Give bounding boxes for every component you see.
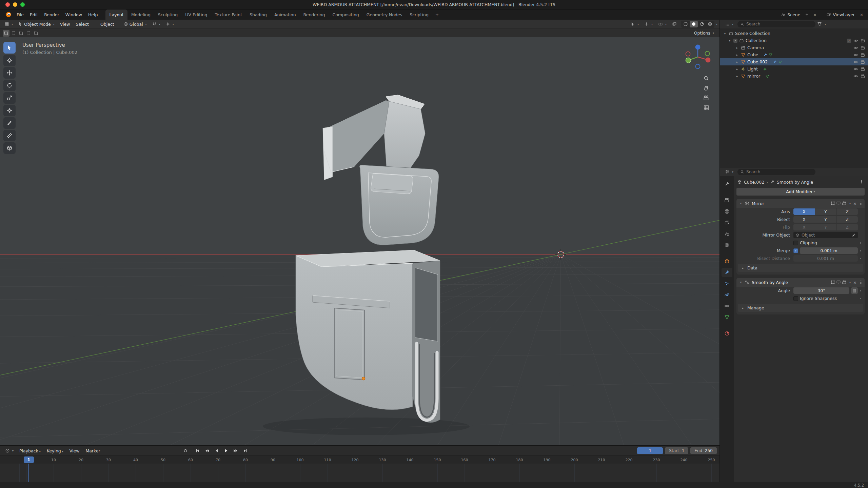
end-frame-field[interactable]: End 250 [690,447,717,454]
add-workspace-button[interactable]: + [432,9,442,20]
jump-to-start-button[interactable] [193,447,202,454]
axis-x-button[interactable]: X [793,208,815,215]
edit-mode-toggle-icon[interactable] [830,280,835,285]
render-visibility-icon[interactable] [861,38,865,43]
object-visibility-dropdown[interactable]: ▾ [628,21,641,27]
tool-measure-button[interactable] [3,130,16,141]
filter-caret[interactable]: ▾ [825,23,826,26]
mesh-data-icon[interactable] [765,74,769,78]
outliner-search-input[interactable] [746,22,813,26]
modifier-name[interactable]: Mirror [751,201,829,206]
disclosure-icon[interactable]: ▸ [735,75,739,78]
gizmo-neg-x-axis[interactable] [686,52,690,56]
disclosure-icon[interactable]: ▸ [735,67,739,71]
zoom-icon[interactable] [703,75,709,81]
minimize-window-button[interactable] [13,2,17,7]
tab-scene[interactable] [722,229,732,238]
tool-rotate-button[interactable] [3,80,16,91]
render-visibility-icon[interactable] [861,60,865,64]
smooth-panel-header[interactable]: ▾ Smooth by Angle ▾ × [736,278,865,287]
hide-eye-icon[interactable] [853,53,858,57]
tab-object-data[interactable] [722,313,732,322]
disclosure-icon[interactable]: ▸ [735,46,739,49]
clipping-checkbox[interactable] [793,241,798,245]
animate-dot[interactable] [860,250,861,251]
render-visibility-icon[interactable] [861,67,865,72]
select-mode-extend-button[interactable] [10,30,17,37]
current-frame-marker[interactable]: 1 [24,456,34,463]
tab-modifiers[interactable] [722,268,732,277]
navigation-gizmo[interactable] [684,43,712,71]
gizmo-neg-y-axis[interactable] [705,52,710,56]
scene-selector[interactable]: Scene [779,12,802,18]
bisect-distance-field[interactable]: 0.001 m [793,255,858,262]
realtime-toggle-icon[interactable] [836,201,841,206]
render-visibility-icon[interactable] [861,53,865,57]
jump-to-end-button[interactable] [241,447,250,454]
outliner-row-cube-002[interactable]: ▸ Cube.002 [720,58,868,65]
flip-x-button[interactable]: X [793,224,815,230]
tab-world[interactable] [722,241,732,249]
edit-mode-toggle-icon[interactable] [830,201,835,206]
properties-editor-type-button[interactable]: ▾ [723,169,736,175]
playhead[interactable] [28,464,29,482]
hide-eye-icon[interactable] [853,60,858,64]
tool-scale-button[interactable] [3,92,16,104]
tab-render[interactable] [722,196,732,205]
render-toggle-icon[interactable] [842,201,847,206]
ignore-sharpness-checkbox[interactable] [793,296,798,301]
workspace-tab-uv-editing[interactable]: UV Editing [181,9,211,20]
tool-annotate-button[interactable] [3,117,16,129]
shading-material-button[interactable] [698,21,706,27]
breadcrumb-modifier[interactable]: Smooth by Angle [777,180,813,185]
outliner-row-cube[interactable]: ▸ Cube [720,51,868,58]
select-mode-new-button[interactable] [3,30,9,37]
data-subpanel-header[interactable]: ▸ Data [738,264,863,272]
workspace-tab-compositing[interactable]: Compositing [329,9,362,20]
mesh-data-icon[interactable] [778,60,782,64]
shading-rendered-button[interactable] [706,21,714,27]
eyedropper-icon[interactable] [852,233,856,237]
timeline-menu-keying[interactable]: Keying▾ [44,448,66,454]
menu-window[interactable]: Window [62,9,85,20]
drag-grip-icon[interactable] [860,201,862,205]
select-mode-invert-button[interactable] [25,30,32,37]
workspace-tab-modeling[interactable]: Modeling [127,9,154,20]
viewport-menu-add[interactable] [92,23,97,25]
toggle-ortho-icon[interactable] [703,105,709,111]
animate-dot[interactable] [860,290,861,291]
viewlayer-selector[interactable]: ViewLayer [824,12,857,18]
modifier-extras-caret[interactable]: ▾ [849,202,851,205]
tool-transform-button[interactable] [3,105,16,116]
render-visibility-icon[interactable] [861,74,865,79]
snapping-toggle[interactable]: ▾ [150,21,163,27]
options-dropdown[interactable]: Options▾ [691,30,717,36]
mode-dropdown[interactable]: Object Mode▾ [16,21,57,27]
axis-y-button[interactable]: Y [815,208,837,215]
bisect-x-button[interactable]: X [793,216,815,223]
pan-hand-icon[interactable] [703,85,709,91]
animate-dot[interactable] [860,258,861,259]
next-keyframe-button[interactable] [231,447,240,454]
workspace-tab-rendering[interactable]: Rendering [300,9,329,20]
viewport-menu-select[interactable]: Select [73,21,92,27]
modifier-wrench-icon[interactable] [773,60,777,64]
render-toggle-icon[interactable] [842,280,847,285]
disclosure-icon[interactable]: ▸ [735,60,739,64]
expand-caret-icon[interactable]: ▾ [739,281,743,284]
disclosure-icon[interactable]: ▾ [728,39,732,42]
tab-output[interactable] [722,207,732,216]
shading-dropdown-caret[interactable]: ▾ [716,23,717,26]
outliner-row-camera[interactable]: ▸ Camera [720,44,868,51]
unlink-scene-button[interactable]: × [812,12,818,18]
tab-physics[interactable] [722,290,732,299]
add-modifier-button[interactable]: Add Modifier▾ [736,188,865,196]
breadcrumb-object[interactable]: Cube.002 [744,180,764,185]
flip-y-button[interactable]: Y [815,224,837,230]
tool-add-cube-button[interactable] [3,142,16,154]
light-data-icon[interactable] [763,67,767,71]
timeline-ruler[interactable]: 0 10 20 30 40 50 60 70 80 90 100 110 120… [0,455,719,464]
transform-orientation-dropdown[interactable]: Global▾ [121,21,149,27]
gizmos-dropdown[interactable]: ▾ [642,21,655,27]
tab-object[interactable] [722,257,732,266]
